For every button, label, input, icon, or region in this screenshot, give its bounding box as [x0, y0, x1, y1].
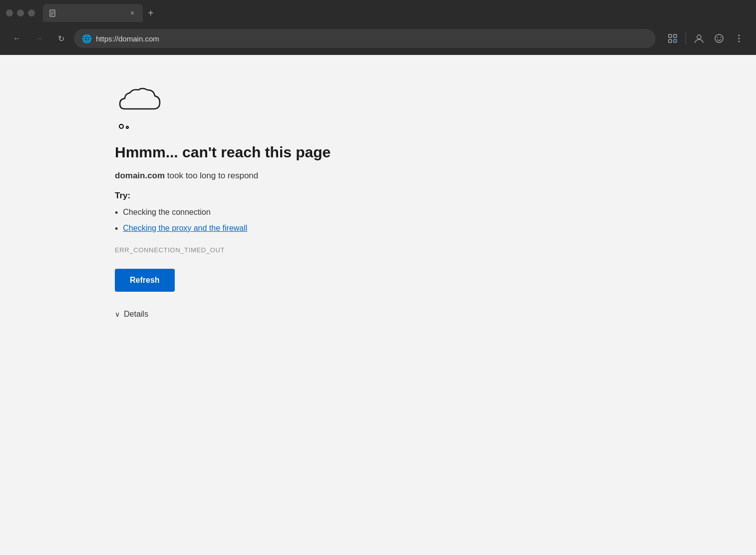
browser-chrome: × + ← → ↻ 🌐 https://domain.com — [0, 0, 756, 55]
emoji-button[interactable] — [710, 29, 728, 47]
svg-point-12 — [739, 35, 740, 36]
menu-button[interactable] — [730, 29, 748, 47]
address-bar-row: ← → ↻ 🌐 https://domain.com — [0, 22, 756, 55]
tab-close-button[interactable]: × — [128, 8, 137, 17]
thought-dots — [119, 124, 165, 129]
window-btn-maximize[interactable] — [28, 9, 35, 16]
svg-point-14 — [739, 41, 740, 42]
back-button[interactable]: ← — [8, 29, 26, 47]
reload-button[interactable]: ↻ — [52, 29, 70, 47]
page-content: Hmmm... can't reach this page domain.com… — [0, 55, 756, 555]
suggestion-1-text: Checking the connection — [123, 208, 210, 217]
details-chevron-icon: ∨ — [115, 310, 120, 318]
active-tab[interactable]: × — [43, 4, 143, 22]
error-icon — [115, 85, 165, 129]
error-title: Hmmm... can't reach this page — [115, 144, 756, 161]
error-subtitle-rest: took too long to respond — [165, 171, 258, 180]
new-tab-button[interactable]: + — [143, 4, 159, 22]
svg-point-13 — [739, 38, 740, 39]
try-label: Try: — [115, 191, 756, 201]
svg-rect-5 — [669, 39, 672, 42]
error-subtitle: domain.com took too long to respond — [115, 171, 756, 181]
suggestion-2-link[interactable]: Checking the proxy and the firewall — [123, 224, 247, 233]
svg-rect-7 — [674, 39, 677, 42]
window-btn-minimize[interactable] — [17, 9, 24, 16]
svg-rect-6 — [674, 34, 677, 37]
error-code: ERR_CONNECTION_TIMED_OUT — [115, 246, 756, 254]
toolbar-divider — [686, 32, 686, 44]
forward-button[interactable]: → — [30, 29, 48, 47]
svg-rect-4 — [669, 34, 672, 37]
error-subtitle-domain: domain.com — [115, 171, 165, 180]
tab-bar: × + — [0, 0, 756, 22]
svg-point-11 — [720, 37, 721, 38]
details-label: Details — [124, 310, 148, 319]
globe-icon: 🌐 — [82, 34, 92, 43]
details-row[interactable]: ∨ Details — [115, 310, 756, 319]
suggestion-1: Checking the connection — [115, 208, 756, 219]
svg-point-8 — [697, 35, 701, 39]
window-btn-close[interactable] — [6, 9, 13, 16]
suggestion-2[interactable]: Checking the proxy and the firewall — [115, 224, 756, 235]
window-controls — [6, 9, 35, 16]
extensions-button[interactable] — [664, 29, 682, 47]
profile-button[interactable] — [690, 29, 708, 47]
svg-point-10 — [717, 37, 718, 38]
suggestions-list: Checking the connection Checking the pro… — [115, 208, 756, 234]
url-display: https://domain.com — [96, 34, 159, 43]
svg-point-9 — [715, 34, 723, 42]
browser-actions — [664, 29, 748, 47]
tab-icon — [49, 8, 57, 17]
address-bar[interactable]: 🌐 https://domain.com — [74, 29, 656, 48]
refresh-button[interactable]: Refresh — [115, 269, 175, 292]
